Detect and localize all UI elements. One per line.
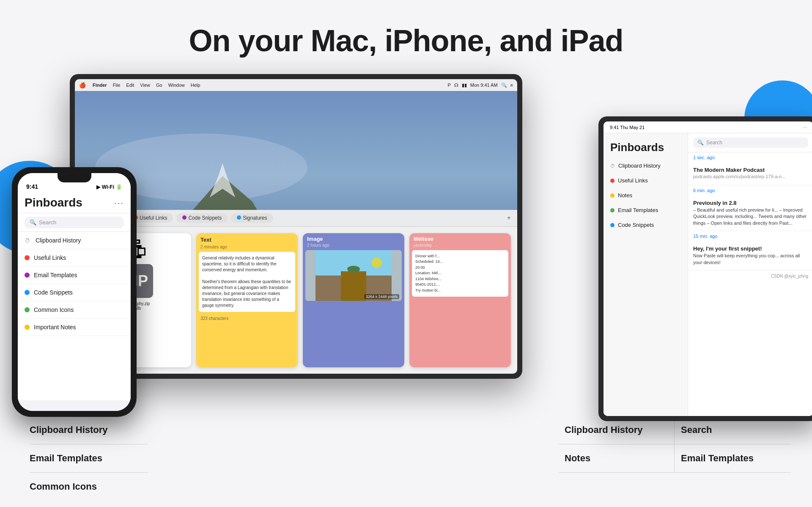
wifi-icon: ☊: [454, 83, 458, 88]
ipad-sidebar-code-snippets[interactable]: Code Snippets: [604, 218, 688, 232]
bottom-right-email-templates: Email Templates: [675, 444, 791, 473]
ipad-screen: 9:41 Thu May 21 ··· Pinboards ⏱ Clipboar…: [604, 121, 812, 416]
iphone-frame: 9:41 ▶ Wi-Fi 🔋 Pinboards ··· 🔍 Search: [12, 167, 137, 417]
iphone-notch: [58, 173, 91, 182]
menu-view[interactable]: View: [140, 83, 150, 88]
ipad-email-templates-label: Email Templates: [618, 207, 658, 213]
ipad-device: 9:41 Thu May 21 ··· Pinboards ⏱ Clipboar…: [598, 116, 812, 421]
card-event-time: yesterday: [409, 243, 511, 250]
signal-icon: ▶: [96, 184, 100, 190]
useful-links-dot: [25, 255, 30, 260]
ipad-snippet-2-title: Previously in 2.8: [693, 200, 808, 206]
ipad-search-input[interactable]: 🔍 Search: [693, 138, 808, 148]
iphone-nav-useful-links[interactable]: Useful Links: [18, 249, 131, 267]
list-icon: ≡: [510, 83, 513, 88]
macbook-desktop: M www.MacZ.com 🔍 MacBook Useful Links Co…: [75, 91, 517, 374]
menu-file[interactable]: File: [113, 83, 121, 88]
iphone-nav-email-templates-label: Email Templates: [34, 272, 77, 278]
ipad-snippet-1[interactable]: The Modern Maker Podcast podcasts.apple.…: [688, 163, 812, 185]
ipad-content-list: 1 sec. ago The Modern Maker Podcast podc…: [688, 152, 812, 416]
card-text[interactable]: Text 2 minutes ago General relativity in…: [196, 233, 298, 367]
iphone-nav-clipboard-label: Clipboard History: [36, 237, 81, 244]
bottom-label-common-icons: Common Icons: [30, 473, 148, 501]
tab-code-snippets[interactable]: Code Snippets: [176, 213, 228, 223]
menu-items: Finder File Edit View Go Window Help: [93, 83, 200, 88]
ipad-snippet-3-title: Hey, I'm your first snippet!: [693, 245, 808, 252]
page-bottom: Clipboard History Email Templates Common…: [0, 410, 812, 507]
ipad-notes-dot: [610, 193, 614, 198]
clipboard-icon: ⏱: [25, 237, 31, 244]
ipad-main-content: 🔍 Search 1 sec. ago The Modern Maker Pod…: [688, 133, 812, 416]
email-templates-dot: [25, 273, 30, 278]
ipad-clipboard-icon: ⏱: [610, 163, 615, 168]
iphone-nav-clipboard[interactable]: ⏱ Clipboard History: [18, 232, 131, 249]
bottom-label-email-templates: Email Templates: [30, 444, 148, 473]
ipad-timestamp-1: 1 sec. ago: [688, 152, 812, 163]
iphone-nav-common-icons-label: Common Icons: [34, 306, 74, 313]
iphone-nav-code-snippets[interactable]: Code Snippets: [18, 284, 131, 301]
iphone-time: 9:41: [26, 183, 38, 190]
ipad-useful-links-dot: [610, 179, 614, 183]
iphone-search-input[interactable]: 🔍 Search: [25, 217, 124, 228]
ipad-snippet-1-sub: podcasts.apple.com/ru/podcast/ep-179-a-n…: [693, 174, 808, 179]
ipad-search-placeholder: Search: [706, 140, 722, 146]
ipad-sidebar-email-templates[interactable]: Email Templates: [604, 203, 688, 218]
iphone-nav-common-icons[interactable]: Common Icons: [18, 301, 131, 319]
ipad-snippet-3-content: Now Paste will keep everything you cop..…: [693, 253, 808, 266]
ipad-clipboard-label: Clipboard History: [618, 163, 661, 169]
tab-signatures[interactable]: Signatures: [231, 213, 273, 223]
iphone-nav-important-notes[interactable]: Important Notes: [18, 319, 131, 336]
ipad-snippet-2[interactable]: Previously in 2.8 – Beautiful and useful…: [688, 196, 812, 231]
iphone-device: 9:41 ▶ Wi-Fi 🔋 Pinboards ··· 🔍 Search: [12, 167, 137, 417]
iphone-more-button[interactable]: ···: [114, 198, 124, 208]
ipad-sidebar-notes[interactable]: Notes: [604, 188, 688, 203]
ipad-app-title: Pinboards: [610, 141, 664, 154]
card-event[interactable]: Mélisse yesterday Dinner with f... Sched…: [409, 233, 511, 367]
ipad-useful-links-label: Useful Links: [618, 177, 648, 184]
menu-window[interactable]: Window: [168, 83, 185, 88]
menu-edit[interactable]: Edit: [126, 83, 134, 88]
menu-go[interactable]: Go: [156, 83, 162, 88]
iphone-nav-code-snippets-label: Code Snippets: [34, 289, 73, 296]
search-icon: 🔍: [30, 219, 36, 226]
ipad-frame: 9:41 Thu May 21 ··· Pinboards ⏱ Clipboar…: [598, 116, 812, 421]
menu-finder[interactable]: Finder: [93, 83, 107, 88]
iphone-app-title: Pinboards: [25, 196, 82, 209]
bottom-left-labels: Clipboard History Email Templates Common…: [0, 410, 178, 507]
search-placeholder: Search: [39, 219, 56, 226]
ipad-search-bar[interactable]: 🔍 Search: [688, 133, 812, 152]
ipad-dots[interactable]: ···: [803, 125, 807, 130]
add-tab-button[interactable]: +: [507, 214, 511, 222]
iphone-nav-email-templates[interactable]: Email Templates: [18, 267, 131, 284]
card-text-content: General relativity includes a dynamical …: [199, 252, 295, 312]
iphone-status-icons: ▶ Wi-Fi 🔋: [96, 184, 122, 190]
tab-bar: 🔍 MacBook Useful Links Code Snippets Sig…: [75, 210, 517, 227]
ipad-sidebar-useful-links[interactable]: Useful Links: [604, 173, 688, 188]
iphone-search-bar[interactable]: 🔍 Search: [18, 213, 131, 232]
ipad-app: Pinboards ⏱ Clipboard History Useful Lin…: [604, 133, 812, 416]
bottom-right-grid: Clipboard History Search Notes Email Tem…: [558, 416, 791, 473]
image-preview-svg: [305, 250, 402, 301]
macbook-screen: 🍎 Finder File Edit View Go Window Help P…: [75, 79, 517, 374]
card-text-chars: 323 characters: [196, 314, 298, 322]
svg-rect-8: [341, 271, 366, 301]
apple-logo-icon: 🍎: [79, 82, 86, 88]
ipad-status-bar: 9:41 Thu May 21 ···: [604, 121, 812, 133]
ipad-code-snippets-dot: [610, 223, 614, 227]
ipad-notes-label: Notes: [618, 192, 632, 198]
ipad-sidebar: Pinboards ⏱ Clipboard History Useful Lin…: [604, 133, 688, 416]
ipad-snippet-2-content: – Beautiful and useful rich preview for …: [693, 207, 808, 226]
card-text-title: Text: [196, 233, 298, 245]
ipad-sidebar-clipboard[interactable]: ⏱ Clipboard History: [604, 158, 688, 173]
ipad-snippet-3[interactable]: Hey, I'm your first snippet! Now Paste w…: [688, 241, 812, 270]
ipad-snippet-1-title: The Modern Maker Podcast: [693, 167, 808, 173]
iphone-nav-important-notes-label: Important Notes: [34, 324, 76, 331]
card-event-title: Mélisse: [409, 233, 511, 243]
svg-point-9: [347, 266, 360, 273]
ipad-time: 9:41 Thu May 21: [610, 125, 645, 130]
menu-help[interactable]: Help: [191, 83, 200, 88]
card-image[interactable]: Image 2 hours ago 3264 x 2: [303, 233, 404, 367]
iphone-app-header: Pinboards ···: [18, 192, 131, 213]
iphone-app: Pinboards ··· 🔍 Search ⏱ Clipboard Histo…: [18, 192, 131, 411]
iphone-nav-useful-links-label: Useful Links: [34, 254, 66, 261]
